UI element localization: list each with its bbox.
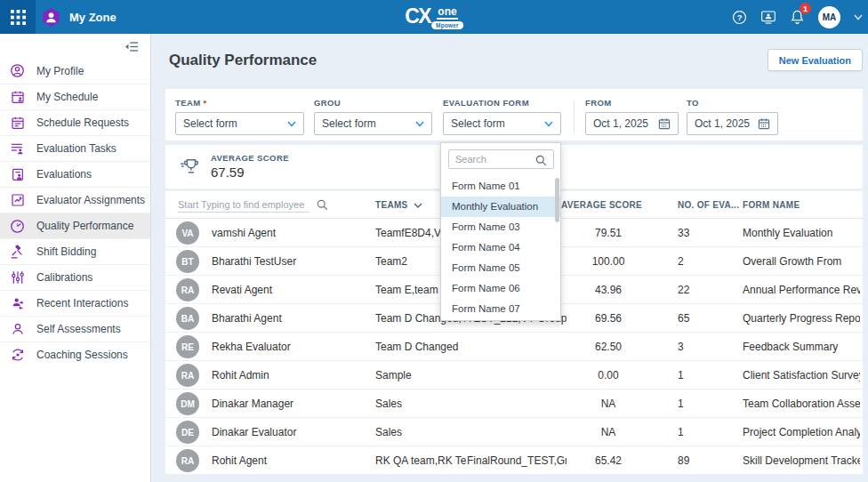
coaching-sessions-icon (10, 348, 25, 362)
filter-divider (574, 100, 575, 133)
to-date-label: TO (687, 98, 778, 108)
logo-cx-text: CX (405, 4, 430, 28)
sidebar-item-coaching-sessions[interactable]: Coaching Sessions (0, 341, 150, 367)
evaluation-count-cell: 1 (678, 398, 722, 410)
sidebar-item-recent-interactions[interactable]: Recent Interactions (0, 290, 150, 316)
sidebar-item-label: Coaching Sessions (36, 349, 128, 361)
sidebar-item-self-assessments[interactable]: Self Assessments (0, 316, 150, 341)
gavel-icon (10, 245, 25, 260)
sliders-icon (10, 270, 25, 285)
sidebar-item-label: Recent Interactions (36, 297, 128, 309)
team-select[interactable]: Select form (175, 112, 304, 135)
group-select[interactable]: Select form (314, 112, 432, 135)
profile-icon (10, 63, 25, 78)
sidebar-nav: My Profile My Schedule S (0, 58, 150, 367)
teams-cell: RK QA team,RK Team,Rohi... (375, 454, 466, 467)
logo-mpower-badge: Mpower (431, 21, 463, 29)
teams-cell: Sample (375, 369, 466, 382)
from-date-input[interactable]: Oct 1, 2025 (585, 112, 679, 135)
evaluation-count-cell: 22 (678, 284, 722, 296)
average-score-cell: 69.56 (582, 312, 635, 325)
column-header-average-score[interactable]: AVERAGE SCORE (561, 200, 642, 210)
sidebar-item-evaluation-tasks[interactable]: Evaluation Tasks (0, 135, 150, 161)
avatar: BA (176, 307, 199, 330)
evaluation-form-filter: EVALUATION FORM Select form (443, 98, 561, 135)
average-score-cell: 100.00 (582, 255, 635, 268)
logo-one-text: one (437, 6, 457, 20)
dropdown-option[interactable]: Form Name 04 (441, 237, 560, 258)
new-evaluation-button[interactable]: New Evaluation (768, 49, 863, 71)
sidebar-item-my-schedule[interactable]: My Schedule (0, 84, 150, 109)
page-title: Quality Performance (169, 52, 317, 69)
to-date-value: Oct 1, 2025 (695, 117, 750, 130)
dropdown-option[interactable]: Form Name 01 (441, 176, 560, 197)
sidebar-item-calibrations[interactable]: Calibrations (0, 264, 150, 290)
dropdown-option[interactable]: Form Name 06 (441, 278, 560, 299)
column-header-teams[interactable]: TEAMS (375, 200, 422, 210)
employee-name: Bharathi Agent (212, 312, 363, 325)
column-header-no-of-evaluations[interactable]: NO. OF EVA... (678, 200, 739, 210)
team-select-value: Select form (183, 117, 237, 130)
average-score-cell: NA (582, 398, 635, 410)
average-score-cell: 79.51 (582, 227, 635, 239)
notification-count-badge: 1 (800, 3, 811, 14)
search-icon (535, 154, 547, 170)
chevron-down-icon (544, 121, 553, 127)
column-header-form-name[interactable]: FORM NAME (743, 200, 800, 210)
sidebar-item-schedule-requests[interactable]: Schedule Requests (0, 109, 150, 135)
employee-name: Bharathi TestUser (212, 255, 363, 268)
dropdown-option[interactable]: Form Name 05 (441, 258, 560, 278)
help-icon: ? (732, 10, 747, 25)
avatar: DE (176, 421, 199, 444)
sidebar-item-label: My Profile (36, 65, 84, 77)
sidebar-item-label: Self Assessments (36, 323, 121, 335)
app-launcher-button[interactable] (0, 0, 36, 34)
dropdown-scrollbar[interactable] (555, 178, 559, 222)
evaluation-form-select[interactable]: Select form (443, 112, 561, 135)
average-score-cell: 65.42 (582, 454, 635, 467)
group-select-value: Select form (322, 117, 376, 130)
sidebar-item-label: Shift Bidding (36, 245, 96, 258)
dropdown-option-selected[interactable]: Monthly Evaluation (441, 197, 560, 217)
evaluation-count-cell: 65 (678, 312, 722, 325)
product-switcher[interactable]: My Zone (41, 0, 117, 34)
dropdown-options: Form Name 01 Monthly Evaluation Form Nam… (441, 176, 560, 319)
table-row[interactable]: DM Dinakar Manager Sales NA 1 Team Colla… (165, 390, 863, 418)
top-bar-actions: ? 1 MA (732, 0, 863, 34)
calendar-icon (658, 117, 671, 130)
sidebar-collapse-button[interactable] (125, 40, 139, 56)
employee-name: Rohit Agent (212, 454, 363, 467)
notifications-button[interactable]: 1 (790, 9, 805, 25)
avatar: RE (176, 335, 199, 358)
form-name-cell: Annual Performance Rev... (743, 284, 860, 296)
dropdown-option[interactable]: Form Name 03 (441, 217, 560, 237)
top-bar: My Zone CX one Mpower ? (0, 0, 868, 34)
product-name: My Zone (69, 11, 117, 24)
table-row[interactable]: RA Rohit Admin Sample 0.00 1 Client Sati… (165, 361, 863, 390)
to-date-input[interactable]: Oct 1, 2025 (687, 112, 778, 135)
help-button[interactable]: ? (732, 10, 747, 25)
team-filter: TEAM * Select form (175, 98, 304, 135)
svg-text:?: ? (737, 12, 743, 21)
employee-search-input[interactable] (178, 197, 309, 213)
user-avatar[interactable]: MA (818, 6, 840, 28)
employee-name: Revati Agent (212, 284, 363, 296)
app-screen: My Zone CX one Mpower ? (0, 0, 868, 482)
sidebar-item-quality-performance[interactable]: Quality Performance (0, 213, 150, 238)
sidebar-item-my-profile[interactable]: My Profile (0, 58, 150, 84)
employee-name: vamshi Agent (212, 227, 363, 239)
user-menu-chevron-icon[interactable] (854, 14, 863, 20)
table-row[interactable]: RE Rekha Evaluator Team D Changed 62.50 … (165, 333, 863, 361)
sidebar-item-evaluator-assignments[interactable]: Evaluator Assignments (0, 187, 150, 213)
from-date-label: FROM (585, 98, 679, 108)
evaluation-form-filter-label: EVALUATION FORM (443, 98, 561, 108)
sidebar-item-evaluations[interactable]: Evaluations (0, 161, 150, 187)
dropdown-option[interactable]: Form Name 07 (441, 299, 560, 319)
table-row[interactable]: DE Dinakar Evaluator Sales NA 1 Project … (165, 418, 863, 446)
average-score-cell: 43.96 (582, 284, 635, 296)
form-name-cell: Client Satisfaction Survey (743, 369, 860, 382)
screen-share-button[interactable] (760, 10, 776, 25)
table-row[interactable]: RA Rohit Agent RK QA team,RK Team,Rohi..… (165, 446, 863, 475)
teams-cell: Sales (375, 398, 466, 410)
sidebar-item-shift-bidding[interactable]: Shift Bidding (0, 238, 150, 264)
